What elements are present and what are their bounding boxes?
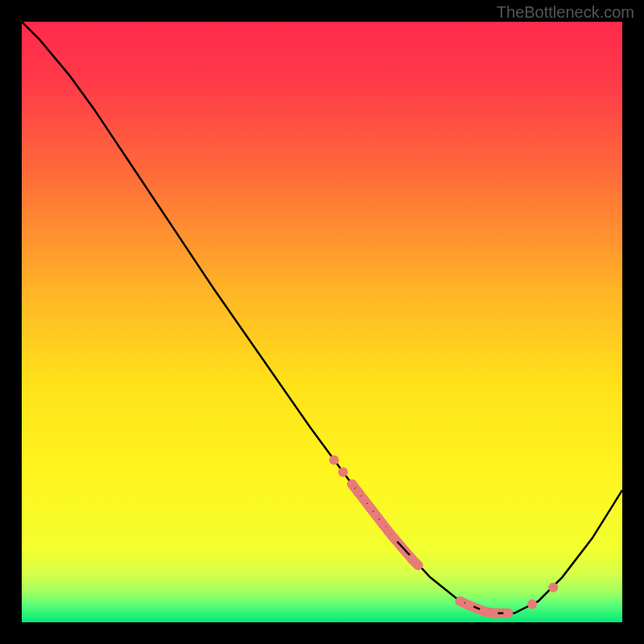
data-marker (548, 583, 558, 592)
data-marker (413, 560, 423, 570)
data-marker (489, 609, 498, 618)
data-marker (390, 534, 399, 543)
data-marker (353, 487, 363, 497)
data-marker (371, 510, 381, 520)
data-marker (503, 609, 513, 618)
data-marker (378, 518, 387, 528)
data-marker (479, 607, 489, 617)
data-marker (347, 479, 357, 489)
data-marker (338, 468, 348, 477)
data-marker (329, 456, 339, 465)
data-marker (527, 600, 537, 609)
attribution-text: TheBottleneck.com (497, 3, 634, 22)
data-marker (464, 601, 474, 610)
data-marker (359, 495, 369, 505)
data-marker (456, 597, 465, 606)
curve-layer (22, 22, 622, 622)
data-marker (365, 503, 375, 513)
plot-area (22, 22, 622, 622)
bottleneck-curve (22, 22, 622, 613)
